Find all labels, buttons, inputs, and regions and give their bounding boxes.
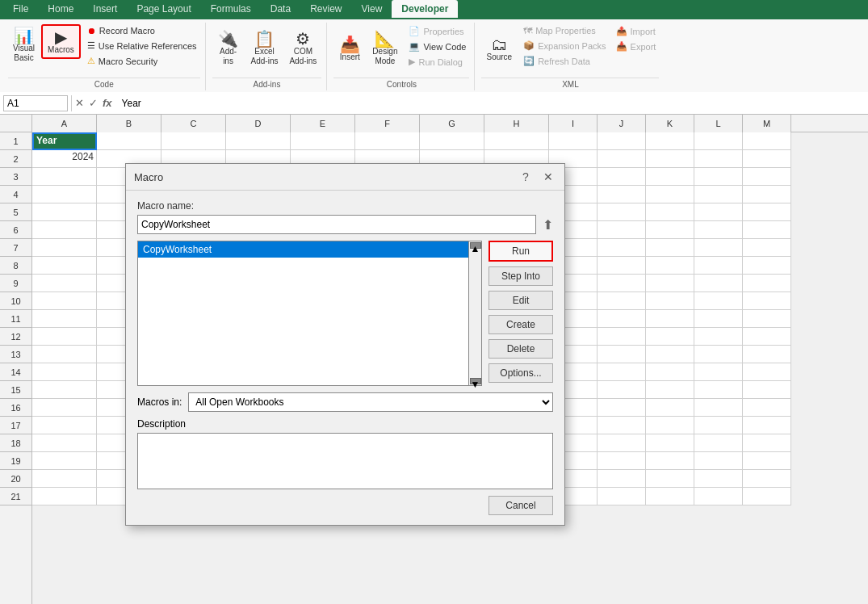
cell-k2[interactable] — [646, 150, 694, 168]
cancel-formula-icon[interactable]: ✕ — [75, 97, 84, 109]
cell-l14[interactable] — [694, 363, 743, 381]
cell-j21[interactable] — [598, 488, 646, 505]
macro-name-input[interactable] — [137, 215, 536, 234]
tab-home[interactable]: Home — [38, 0, 83, 19]
col-header-m[interactable]: M — [743, 115, 791, 132]
row-8[interactable]: 8 — [0, 257, 31, 275]
cell-l1[interactable] — [694, 132, 743, 150]
cell-k4[interactable] — [646, 186, 694, 203]
tab-page-layout[interactable]: Page Layout — [127, 0, 200, 19]
row-19[interactable]: 19 — [0, 452, 31, 470]
cell-a5[interactable] — [32, 203, 97, 221]
col-header-k[interactable]: K — [646, 115, 694, 132]
row-21[interactable]: 21 — [0, 488, 31, 505]
cell-m14[interactable] — [743, 363, 791, 381]
cell-l12[interactable] — [694, 328, 743, 346]
tab-view[interactable]: View — [352, 0, 392, 19]
dialog-help-button[interactable]: ? — [518, 169, 534, 185]
col-header-c[interactable]: C — [161, 115, 226, 132]
cell-j10[interactable] — [598, 292, 646, 310]
cell-m3[interactable] — [743, 168, 791, 186]
select-all-corner[interactable] — [0, 115, 32, 132]
row-2[interactable]: 2 — [0, 150, 31, 168]
cell-a11[interactable] — [32, 310, 97, 328]
cell-m19[interactable] — [743, 452, 791, 470]
row-4[interactable]: 4 — [0, 186, 31, 203]
col-header-e[interactable]: E — [291, 115, 355, 132]
cell-m6[interactable] — [743, 221, 791, 239]
cell-a8[interactable] — [32, 257, 97, 275]
scrollbar-up-arrow[interactable]: ▲ — [470, 242, 481, 249]
macro-list-item[interactable]: CopyWorksheet — [138, 241, 468, 258]
cell-k5[interactable] — [646, 203, 694, 221]
cell-k6[interactable] — [646, 221, 694, 239]
name-box[interactable] — [3, 95, 68, 111]
cell-l16[interactable] — [694, 399, 743, 417]
cell-l21[interactable] — [694, 488, 743, 505]
row-1[interactable]: 1 — [0, 132, 31, 150]
cell-a20[interactable] — [32, 470, 97, 488]
cell-m5[interactable] — [743, 203, 791, 221]
col-header-f[interactable]: F — [355, 115, 420, 132]
row-17[interactable]: 17 — [0, 417, 31, 434]
cell-m8[interactable] — [743, 257, 791, 275]
map-properties-button[interactable]: 🗺 Map Properties — [520, 24, 609, 37]
row-7[interactable]: 7 — [0, 239, 31, 257]
cell-k21[interactable] — [646, 488, 694, 505]
cell-k18[interactable] — [646, 434, 694, 452]
record-macro-button[interactable]: ⏺ Record Macro — [84, 24, 200, 37]
cell-k19[interactable] — [646, 452, 694, 470]
cell-l5[interactable] — [694, 203, 743, 221]
cell-j7[interactable] — [598, 239, 646, 257]
cell-m18[interactable] — [743, 434, 791, 452]
cell-b1[interactable] — [97, 132, 161, 150]
row-16[interactable]: 16 — [0, 399, 31, 417]
delete-button[interactable]: Delete — [489, 339, 553, 359]
cell-l8[interactable] — [694, 257, 743, 275]
design-mode-button[interactable]: 📐 Design Mode — [367, 24, 402, 73]
cell-j3[interactable] — [598, 168, 646, 186]
cell-k10[interactable] — [646, 292, 694, 310]
row-9[interactable]: 9 — [0, 275, 31, 292]
tab-file[interactable]: File — [3, 0, 38, 19]
cell-j14[interactable] — [598, 363, 646, 381]
cell-g1[interactable] — [420, 132, 484, 150]
insert-controls-button[interactable]: 📥 Insert — [333, 24, 366, 73]
create-button[interactable]: Create — [489, 315, 553, 334]
cell-a9[interactable] — [32, 275, 97, 292]
cell-c1[interactable] — [161, 132, 226, 150]
cell-m9[interactable] — [743, 275, 791, 292]
cell-l15[interactable] — [694, 381, 743, 399]
tab-data[interactable]: Data — [261, 0, 300, 19]
cell-j18[interactable] — [598, 434, 646, 452]
macro-list-scrollbar[interactable]: ▲ ▼ — [469, 241, 482, 386]
cell-a21[interactable] — [32, 488, 97, 505]
edit-button[interactable]: Edit — [489, 291, 553, 310]
run-button[interactable]: Run — [489, 241, 553, 262]
cell-m17[interactable] — [743, 417, 791, 434]
macro-security-button[interactable]: ⚠ Macro Security — [84, 54, 200, 68]
cell-l7[interactable] — [694, 239, 743, 257]
com-addins-button[interactable]: ⚙ COM Add-ins — [284, 24, 321, 73]
macros-in-select[interactable]: All Open WorkbooksThis Workbook — [188, 392, 553, 412]
cell-j13[interactable] — [598, 346, 646, 363]
macro-dialog[interactable]: Macro ? ✕ Macro name: ⬆ — [125, 163, 565, 526]
cell-m1[interactable] — [743, 132, 791, 150]
cell-a6[interactable] — [32, 221, 97, 239]
col-header-a[interactable]: A — [32, 115, 97, 132]
cell-k9[interactable] — [646, 275, 694, 292]
cell-a3[interactable] — [32, 168, 97, 186]
cell-k17[interactable] — [646, 417, 694, 434]
cell-j17[interactable] — [598, 417, 646, 434]
cell-a4[interactable] — [32, 186, 97, 203]
cell-k11[interactable] — [646, 310, 694, 328]
visual-basic-button[interactable]: 📊 VisualBasic — [8, 24, 40, 66]
view-code-button[interactable]: 💻 View Code — [405, 40, 469, 53]
insert-function-icon[interactable]: fx — [103, 97, 112, 109]
confirm-formula-icon[interactable]: ✓ — [89, 97, 98, 109]
row-3[interactable]: 3 — [0, 168, 31, 186]
cell-a19[interactable] — [32, 452, 97, 470]
cell-k16[interactable] — [646, 399, 694, 417]
cell-l19[interactable] — [694, 452, 743, 470]
cell-j9[interactable] — [598, 275, 646, 292]
